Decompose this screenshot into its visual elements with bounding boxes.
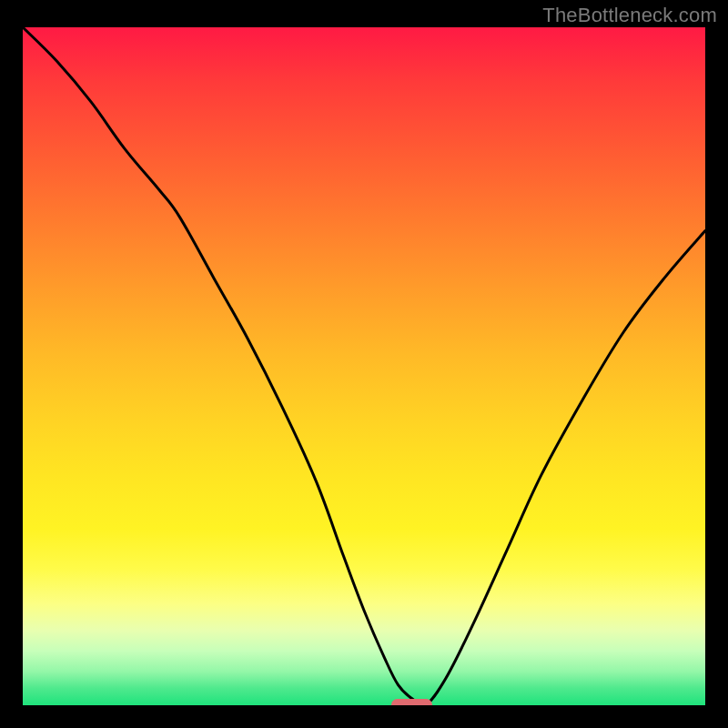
chart-container: TheBottleneck.com — [0, 0, 728, 728]
optimal-marker — [391, 699, 432, 705]
bottleneck-curve — [23, 27, 705, 705]
plot-area — [23, 27, 705, 705]
watermark-text: TheBottleneck.com — [542, 4, 717, 27]
